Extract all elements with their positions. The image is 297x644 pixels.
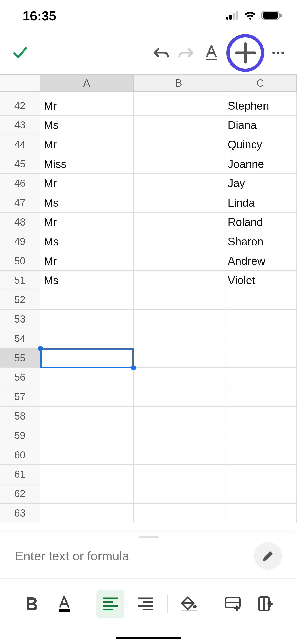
cell[interactable]: Miss <box>40 92 134 96</box>
row-header[interactable]: 41 <box>0 92 40 96</box>
cell[interactable] <box>224 465 297 484</box>
row-header[interactable]: 50 <box>0 251 40 270</box>
cell[interactable] <box>40 445 134 464</box>
cell[interactable] <box>224 310 297 329</box>
cell[interactable]: Ms <box>40 232 134 251</box>
confirm-button[interactable] <box>10 43 30 63</box>
cell[interactable] <box>224 329 297 348</box>
cell[interactable] <box>134 329 224 348</box>
cell[interactable] <box>40 407 134 426</box>
cell[interactable] <box>134 368 224 387</box>
cell[interactable] <box>40 484 134 503</box>
cell[interactable]: Mr <box>40 96 134 115</box>
cell[interactable] <box>134 445 224 464</box>
row-header[interactable]: 63 <box>0 504 40 523</box>
column-header-a[interactable]: A <box>40 75 134 91</box>
selection-handle[interactable] <box>131 365 136 370</box>
cell[interactable]: Mr <box>40 213 134 232</box>
row-header[interactable]: 48 <box>0 213 40 232</box>
cell[interactable]: Stephen <box>224 96 297 115</box>
cell[interactable] <box>134 387 224 406</box>
add-button[interactable] <box>226 34 264 72</box>
cell[interactable]: Ms <box>40 271 134 290</box>
row-header[interactable]: 59 <box>0 426 40 445</box>
text-color-button[interactable] <box>53 593 76 615</box>
select-all-corner[interactable] <box>0 75 40 91</box>
cell[interactable]: Ms <box>40 116 134 135</box>
align-left-button[interactable] <box>96 590 124 618</box>
cell[interactable] <box>134 426 224 445</box>
cell[interactable] <box>134 193 224 212</box>
cell[interactable] <box>224 504 297 523</box>
cell[interactable] <box>40 290 134 309</box>
row-header[interactable]: 60 <box>0 445 40 464</box>
cell[interactable]: Mr <box>40 251 134 270</box>
cell[interactable] <box>224 445 297 464</box>
row-header[interactable]: 53 <box>0 310 40 329</box>
cell[interactable] <box>224 387 297 406</box>
cell[interactable] <box>224 290 297 309</box>
cell[interactable] <box>40 310 134 329</box>
fill-color-button[interactable] <box>178 593 201 615</box>
row-header[interactable]: 61 <box>0 465 40 484</box>
row-header[interactable]: 62 <box>0 484 40 503</box>
row-header[interactable]: 57 <box>0 387 40 406</box>
cell[interactable] <box>134 251 224 270</box>
cell[interactable]: Andrew <box>224 251 297 270</box>
cell[interactable] <box>40 504 134 523</box>
cell[interactable] <box>40 426 134 445</box>
row-header[interactable]: 43 <box>0 116 40 135</box>
row-header[interactable]: 44 <box>0 135 40 154</box>
cell[interactable] <box>134 96 224 115</box>
row-header[interactable]: 42 <box>0 96 40 115</box>
drag-handle-icon[interactable] <box>139 536 159 538</box>
cell[interactable] <box>40 329 134 348</box>
align-right-button[interactable] <box>134 593 157 615</box>
cell[interactable] <box>40 368 134 387</box>
spreadsheet-grid[interactable]: 41MissDanielle42MrStephen43MsDiana44MrQu… <box>0 92 297 534</box>
row-header[interactable]: 58 <box>0 407 40 426</box>
cell[interactable]: Linda <box>224 193 297 212</box>
cell[interactable] <box>134 504 224 523</box>
cell[interactable] <box>134 174 224 193</box>
cell[interactable] <box>40 387 134 406</box>
cell[interactable] <box>224 407 297 426</box>
row-header[interactable]: 52 <box>0 290 40 309</box>
column-header-b[interactable]: B <box>134 75 224 91</box>
cell[interactable] <box>134 484 224 503</box>
insert-column-button[interactable] <box>254 593 277 615</box>
more-button[interactable] <box>269 52 287 54</box>
cell[interactable]: Ms <box>40 193 134 212</box>
edit-button[interactable] <box>254 542 282 570</box>
cell[interactable] <box>134 116 224 135</box>
row-header[interactable]: 54 <box>0 329 40 348</box>
cell[interactable] <box>134 135 224 154</box>
cell[interactable]: Mr <box>40 174 134 193</box>
cell[interactable] <box>134 310 224 329</box>
cell[interactable]: Violet <box>224 271 297 290</box>
row-header[interactable]: 46 <box>0 174 40 193</box>
redo-button[interactable] <box>174 40 199 66</box>
cell[interactable]: Roland <box>224 213 297 232</box>
cell[interactable] <box>134 92 224 96</box>
cell[interactable] <box>224 426 297 445</box>
home-indicator[interactable] <box>116 637 181 639</box>
cell[interactable] <box>134 271 224 290</box>
cell[interactable]: Danielle <box>224 92 297 96</box>
cell[interactable] <box>134 348 224 367</box>
cell[interactable] <box>134 154 224 173</box>
insert-row-button[interactable] <box>221 593 244 615</box>
cell[interactable]: Mr <box>40 135 134 154</box>
bold-button[interactable] <box>20 593 43 615</box>
cell[interactable] <box>134 407 224 426</box>
selection-handle[interactable] <box>38 346 43 351</box>
cell[interactable] <box>224 368 297 387</box>
row-header[interactable]: 56 <box>0 368 40 387</box>
column-header-c[interactable]: C <box>224 75 297 91</box>
row-header[interactable]: 47 <box>0 193 40 212</box>
cell[interactable] <box>134 213 224 232</box>
cell[interactable] <box>224 484 297 503</box>
cell[interactable]: Diana <box>224 116 297 135</box>
row-header[interactable]: 51 <box>0 271 40 290</box>
cell[interactable] <box>224 348 297 367</box>
